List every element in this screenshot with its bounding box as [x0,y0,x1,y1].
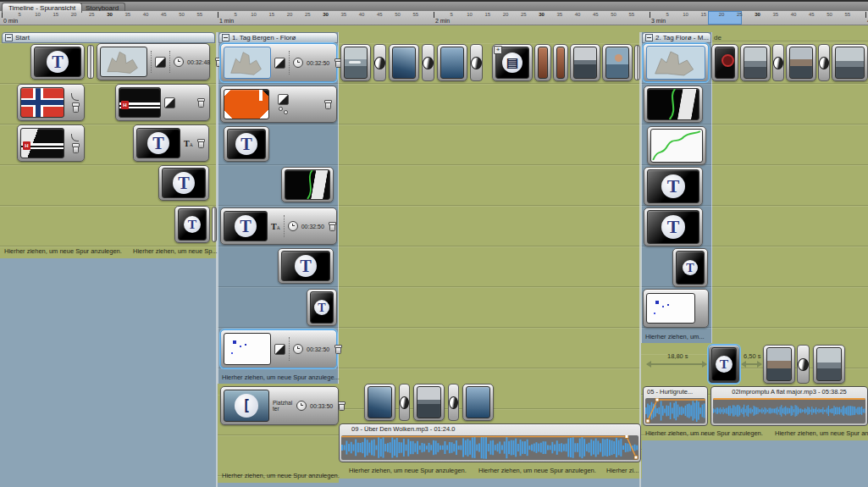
trash-icon[interactable] [333,345,342,354]
audio-clip-wolken[interactable]: 09 - Über Den Wolken.mp3 - 01:24.0 [339,423,641,462]
keyframe-icon[interactable] [279,107,289,114]
crossfade-icon[interactable] [274,58,285,69]
transition-clip[interactable] [373,44,386,81]
title-clip[interactable] [644,167,703,206]
crossfade-icon[interactable] [164,97,175,108]
fade-icon[interactable] [71,134,79,141]
title-thumbnail [178,208,207,241]
title-clip[interactable] [644,208,703,246]
placeholder-clip[interactable]: Platzhalter 00:33:50 [220,386,339,425]
trash-icon[interactable] [328,222,337,231]
ruler-second-label: 35 [338,12,350,17]
title-clip[interactable] [133,125,209,162]
audio-clip-hurtigruten[interactable]: 05 - Hurtigrute... [643,386,708,426]
drop-hint[interactable]: Hierher ziehen, um neue Spur anzulegen. [4,247,122,255]
clip-fragment[interactable] [212,207,217,242]
drop-hint[interactable]: Hierher zi... [606,467,639,474]
map-clip[interactable] [643,43,709,82]
photo-clip[interactable] [570,44,600,81]
drop-hint[interactable]: Hierher ziehen, um neue Spur anzulegen. [645,429,763,437]
transition-clip[interactable] [422,44,434,81]
text-effect-icon[interactable] [184,140,193,147]
route-map-clip[interactable]: 00:32:50 [220,329,337,368]
crossfade-icon[interactable] [278,94,289,105]
title-clip[interactable] [307,289,337,326]
title-clip[interactable] [174,206,210,243]
add-icon[interactable] [494,46,502,54]
clock-icon[interactable] [293,58,303,68]
chapter-header-start[interactable]: Start [2,32,215,43]
chart-clip[interactable] [647,126,706,165]
crossfade-icon[interactable] [274,344,285,355]
clock-icon[interactable] [288,221,298,231]
photo-clip[interactable] [553,44,568,81]
trash-icon[interactable] [70,102,80,112]
curve-clip[interactable] [644,86,703,123]
map-clip[interactable]: 00:32:48 [97,43,210,80]
collapse-icon[interactable] [222,34,229,42]
drop-hint[interactable]: Hierher ziehen, um neue Spur anzulegen. [222,472,340,479]
flag-clip-norway[interactable] [17,84,85,121]
transition-clip[interactable] [399,384,410,421]
text-effect-icon[interactable] [271,223,280,230]
map-clip[interactable]: 00:32:50 [220,43,337,82]
clock-icon[interactable] [293,344,303,354]
transition-clip[interactable] [818,44,830,81]
clip-fragment[interactable] [634,45,640,80]
hurtigruten-sign-clip[interactable] [115,84,210,121]
photo-clip[interactable] [740,44,771,81]
clip-fragment[interactable] [87,45,94,79]
photo-clip[interactable] [340,44,371,81]
trash-icon[interactable] [70,143,80,152]
photo-clip[interactable] [832,44,868,81]
animated-map-clip[interactable] [492,44,533,81]
drop-hint[interactable]: Hierher ziehen, um neue Spur anzulegen. [349,467,467,474]
chapter-header-bergen[interactable]: 1. Tag Bergen - Florø [218,32,338,43]
photo-clip[interactable] [602,44,633,81]
title-clip[interactable] [278,248,334,284]
hurtigruten-flag-clip[interactable] [17,125,85,162]
chapter-header-floro[interactable]: 2. Tag Florø - M... [642,32,711,43]
drop-hint[interactable]: Hierher ziehen, um neue Sp... [133,247,218,255]
drop-hint[interactable]: Hierher ziehen, um neue Spur anzulege... [222,374,340,381]
logo-clip[interactable] [220,86,337,123]
curve-clip[interactable] [281,167,334,202]
trash-icon[interactable] [336,401,346,411]
title-clip[interactable]: 00:32:50 [220,208,337,245]
transition-clip[interactable] [448,384,459,421]
audio-clip-impromptu[interactable]: 02Impromptu A flat major.mp3 - 05:38.25 [710,386,868,426]
title-clip[interactable] [30,44,85,80]
drop-hint[interactable]: Hierher ziehen, um neue Spur anzulegen. [478,467,596,474]
photo-clip[interactable] [534,44,551,81]
photo-clip[interactable] [389,44,419,81]
title-clip[interactable] [224,126,269,162]
title-clip[interactable] [672,248,708,287]
crossfade-icon[interactable] [155,57,166,68]
transition-clip[interactable] [772,44,784,81]
photo-clip[interactable] [813,345,845,384]
collapse-icon[interactable] [645,34,653,42]
photo-clip[interactable] [364,384,395,421]
transition-clip[interactable] [797,345,810,384]
trash-icon[interactable] [196,98,205,108]
clock-icon[interactable] [174,57,184,67]
trash-icon[interactable] [323,100,332,109]
route-map-clip[interactable] [643,289,709,328]
drop-hint[interactable]: Hierher ziehen, um neue Spur anz... [775,429,868,437]
clock-icon[interactable] [296,401,307,411]
photo-clip[interactable] [413,384,445,421]
drop-hint[interactable]: Hierher ziehen, um... [645,333,705,340]
title-clip[interactable] [708,345,740,384]
tab-timeline[interactable]: Timeline - Spuransicht [2,3,82,13]
photo-clip[interactable] [763,345,795,384]
trash-icon[interactable] [196,139,206,148]
photo-clip[interactable] [437,44,467,81]
collapse-icon[interactable] [5,34,13,42]
photo-clip[interactable] [711,44,738,81]
transition-clip[interactable] [470,44,483,81]
photo-clip[interactable] [462,384,494,421]
photo-clip[interactable] [786,44,816,81]
fade-icon[interactable] [71,93,79,101]
timeline-ruler[interactable]: 0 min5101520253035404550551 min510152025… [0,11,868,25]
title-clip[interactable] [158,165,209,201]
